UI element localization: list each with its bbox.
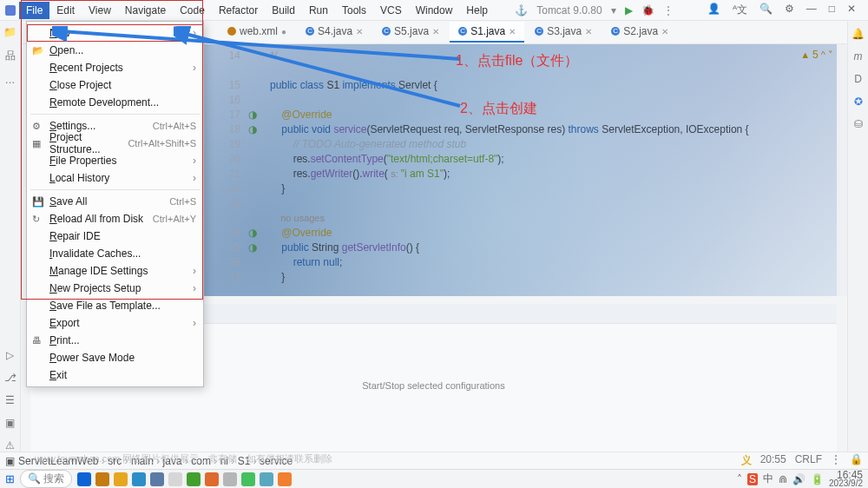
letter-d-icon[interactable]: D	[854, 73, 862, 85]
run-tool-icon[interactable]: ▷	[6, 349, 14, 361]
editor-scroll-stripe[interactable]	[837, 44, 847, 296]
tab-close-icon[interactable]: ✕	[509, 27, 516, 36]
taskbar-app[interactable]	[260, 472, 273, 486]
taskbar-app[interactable]	[95, 472, 109, 486]
terminal-icon[interactable]: ▣	[5, 417, 15, 429]
translate-icon[interactable]: ᴬ文	[733, 3, 747, 17]
taskbar-apps[interactable]	[77, 472, 292, 486]
menu-item[interactable]: 💾Save AllCtrl+S	[27, 193, 203, 210]
bookmarks-icon[interactable]: …	[5, 74, 16, 86]
run-config-dropdown-icon[interactable]: ▾	[611, 4, 616, 16]
menu-item[interactable]: 📂Open...	[27, 42, 203, 59]
menu-item[interactable]: New Projects Setup›	[27, 280, 203, 297]
tab-webxml[interactable]: web.xml●	[219, 22, 295, 43]
problems-icon[interactable]: ⚠	[5, 439, 15, 452]
menu-item[interactable]: 🖶Print...	[27, 332, 203, 349]
menu-item[interactable]: Save File as Template...	[27, 297, 203, 314]
taskbar-app[interactable]	[187, 472, 201, 486]
taskbar-app[interactable]	[205, 472, 219, 486]
menu-tools[interactable]: Tools	[335, 2, 373, 19]
class-icon: C	[458, 27, 467, 36]
taskbar-app[interactable]	[223, 472, 237, 486]
tray-volume-icon[interactable]: 🔊	[792, 473, 806, 485]
menu-item[interactable]: File Properties›	[27, 152, 203, 169]
menu-item[interactable]: Close Project	[27, 76, 203, 94]
menu-edit[interactable]: Edit	[49, 2, 82, 19]
menu-item[interactable]: Exit	[27, 366, 203, 384]
status-lock-icon[interactable]: 🔒	[850, 453, 863, 468]
close-icon[interactable]: ✕	[847, 3, 856, 17]
menu-item[interactable]: Power Save Mode	[27, 349, 203, 366]
menu-code[interactable]: Code	[173, 2, 212, 19]
tab-s1[interactable]: CS1.java✕	[450, 22, 524, 43]
more-run-icon[interactable]: ⋮	[663, 4, 674, 16]
menu-navigate[interactable]: Navigate	[118, 2, 173, 19]
start-icon[interactable]: ⊞	[5, 472, 15, 485]
status-more-icon[interactable]: ⋮	[831, 453, 841, 468]
taskbar-app[interactable]	[114, 472, 128, 486]
taskbar-app[interactable]	[241, 472, 255, 486]
module-icon: ▣	[5, 455, 15, 467]
letter-m-icon[interactable]: m	[854, 50, 863, 63]
menu-help[interactable]: Help	[459, 2, 495, 19]
code-content[interactable]: */public class S1 implements Servlet { @…	[270, 49, 749, 296]
menu-view[interactable]: View	[82, 2, 118, 19]
debug-icon[interactable]: 🐞	[641, 4, 654, 16]
git-icon[interactable]: ⎇	[4, 372, 16, 384]
taskbar-app[interactable]	[150, 472, 164, 486]
tray-clock[interactable]: 16:452023/9/2	[829, 471, 863, 488]
menu-item[interactable]: Local History›	[27, 169, 203, 187]
class-icon: C	[535, 27, 543, 36]
search-icon[interactable]: 🔍	[760, 3, 773, 17]
tray-wifi-icon[interactable]: ⋒	[779, 473, 787, 485]
tray-up-icon[interactable]: ˄	[737, 473, 742, 485]
menu-item[interactable]: ▦Project Structure...Ctrl+Alt+Shift+S	[27, 135, 203, 152]
user-icon[interactable]: 👤	[707, 3, 720, 17]
menu-build[interactable]: Build	[265, 2, 302, 19]
tab-s3[interactable]: CS3.java✕	[526, 22, 601, 43]
menu-window[interactable]: Window	[409, 2, 460, 19]
menu-item[interactable]: Export›	[27, 314, 203, 332]
run-config[interactable]: ⚓ Tomcat 9.0.80 ▾ ▶ 🐞 ⋮	[515, 4, 673, 16]
menu-item[interactable]: Manage IDE Settings›	[27, 262, 203, 280]
tab-close-icon[interactable]: ✕	[432, 27, 439, 36]
ai-icon[interactable]: ✪	[854, 96, 863, 108]
tray-ime-icon[interactable]: S	[747, 473, 758, 485]
menu-item[interactable]: ↻Reload All from DiskCtrl+Alt+Y	[27, 210, 203, 228]
menu-item[interactable]: Remote Development...	[27, 94, 203, 111]
structure-icon[interactable]: 品	[5, 49, 16, 63]
class-icon: C	[611, 27, 620, 36]
taskbar-app[interactable]	[77, 472, 91, 486]
taskbar-app[interactable]	[278, 472, 292, 486]
menu-item[interactable]: Invalidate Caches...	[27, 245, 203, 262]
tray-battery-icon[interactable]: 🔋	[811, 473, 824, 485]
tab-close-icon[interactable]: ✕	[661, 27, 668, 36]
tab-close-icon[interactable]: ✕	[585, 27, 592, 36]
line-ending[interactable]: CRLF	[795, 453, 822, 468]
menu-item[interactable]: Recent Projects›	[27, 59, 203, 76]
tab-s2[interactable]: CS2.java✕	[602, 22, 677, 43]
settings-icon[interactable]: ⚙	[785, 3, 794, 17]
tab-close-icon[interactable]: ✕	[356, 27, 363, 36]
taskbar-app[interactable]	[132, 472, 146, 486]
warnings-badge[interactable]: 5 ^ ˅	[800, 49, 833, 61]
menu-refactor[interactable]: Refactor	[212, 2, 265, 19]
menu-file[interactable]: File	[19, 2, 49, 19]
taskbar-app[interactable]	[168, 472, 182, 486]
notifications-icon[interactable]: 🔔	[852, 28, 865, 40]
menu-vcs[interactable]: VCS	[373, 2, 409, 19]
maximize-icon[interactable]: □	[829, 3, 835, 17]
tab-s4[interactable]: CS4.java✕	[297, 22, 372, 43]
tab-s5[interactable]: CS5.java✕	[373, 22, 448, 43]
minimize-icon[interactable]: —	[806, 3, 817, 17]
search-box[interactable]: 🔍 搜索	[20, 470, 72, 488]
tray-cn-icon[interactable]: 中	[763, 472, 773, 486]
menu-item[interactable]: Repair IDE	[27, 228, 203, 245]
menu-run[interactable]: Run	[302, 2, 335, 19]
yi-icon[interactable]: 义	[741, 453, 752, 468]
menu-item[interactable]: New›	[27, 24, 203, 42]
services-tool-icon[interactable]: ☰	[5, 394, 15, 406]
run-icon[interactable]: ▶	[625, 4, 633, 16]
project-icon[interactable]: 📁	[3, 26, 16, 38]
db-icon[interactable]: ⛁	[854, 118, 863, 130]
